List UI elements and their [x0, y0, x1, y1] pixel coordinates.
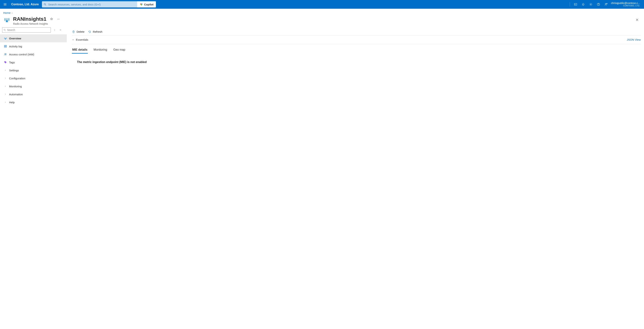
chevron-icon [4, 68, 7, 72]
sidebar-item-overview[interactable]: Overview [0, 34, 67, 42]
tag-icon [4, 60, 7, 64]
account-tenant: CONTOSO, LTD. [611, 4, 640, 7]
mie-status-message: The metric ingestion endpoint (MIE) is n… [72, 53, 641, 64]
tab-mie-details[interactable]: MIE details [72, 47, 88, 53]
settings-button[interactable] [587, 0, 595, 9]
sidebar-item-settings[interactable]: Settings [0, 66, 67, 74]
delete-label: Delete [76, 30, 84, 33]
svg-point-8 [6, 18, 7, 19]
cloud-shell-icon [574, 3, 577, 6]
svg-point-11 [59, 19, 59, 19]
more-actions-button[interactable] [56, 16, 61, 22]
close-blade-button[interactable] [634, 16, 641, 24]
command-bar: Delete Refresh [72, 28, 641, 36]
sidebar-item-access-control-iam-[interactable]: Access control (IAM) [0, 50, 67, 58]
svg-point-7 [605, 4, 606, 4]
sidebar-item-monitoring[interactable]: Monitoring [0, 82, 67, 90]
star-icon [50, 18, 53, 21]
trash-icon [72, 30, 75, 34]
sidebar-item-activity-log[interactable]: Activity log [0, 42, 67, 50]
close-icon [636, 18, 639, 22]
main-content: Delete Refresh Essentials JSON View MIE … [67, 27, 644, 106]
svg-rect-4 [574, 4, 577, 6]
chevron-double-left-icon [59, 29, 62, 31]
refresh-label: Refresh [93, 30, 102, 33]
divider [570, 2, 570, 6]
top-bar: Contoso, Ltd. Azure Copilot [0, 0, 644, 9]
help-icon [597, 3, 600, 6]
search-icon [42, 3, 48, 6]
svg-point-0 [44, 4, 46, 5]
svg-point-15 [6, 54, 6, 54]
copilot-label: Copilot [144, 3, 154, 6]
svg-point-10 [58, 19, 58, 19]
sidebar-item-label: Tags [9, 61, 15, 64]
notifications-button[interactable] [580, 0, 587, 9]
chevron-right-icon: › [12, 11, 12, 14]
people-icon [4, 52, 7, 56]
top-utility-bar [568, 0, 610, 9]
search-icon [4, 29, 6, 31]
svg-point-12 [4, 29, 5, 30]
content-tabs: MIE detailsMonitoringGeo map [72, 47, 641, 53]
chevron-icon [4, 92, 7, 96]
feedback-button[interactable] [602, 0, 610, 9]
sidebar-item-tags[interactable]: Tags [0, 58, 67, 66]
essentials-label: Essentials [76, 38, 88, 41]
essentials-toggle[interactable]: Essentials [72, 38, 88, 41]
sidebar-item-label: Configuration [9, 77, 25, 80]
chevron-icon [4, 84, 7, 88]
breadcrumb-home[interactable]: Home [3, 11, 10, 14]
ellipsis-icon [57, 18, 60, 21]
tab-geo-map[interactable]: Geo map [113, 47, 126, 53]
breadcrumb: Home › [0, 9, 644, 16]
sidebar-item-label: Settings [9, 69, 19, 72]
sidebar-item-help[interactable]: Help [0, 98, 67, 106]
gear-icon [589, 3, 592, 6]
chevron-icon [4, 76, 7, 80]
resource-menu: OverviewActivity logAccess control (IAM)… [0, 27, 67, 106]
activity-icon [4, 44, 7, 48]
tab-monitoring[interactable]: Monitoring [93, 47, 108, 53]
resource-type-icon [3, 16, 10, 24]
account-email: chrisqpublic@contoso.c... [611, 2, 640, 4]
sidebar-item-label: Help [9, 101, 15, 104]
resource-subtype: Radio Access Network Insights [13, 22, 61, 25]
global-search[interactable]: Copilot [42, 1, 156, 8]
copilot-button[interactable]: Copilot [137, 1, 156, 8]
cloud-shell-button[interactable] [572, 0, 580, 9]
svg-point-3 [141, 4, 142, 6]
resource-menu-search[interactable] [2, 28, 51, 32]
copilot-icon [140, 3, 143, 6]
help-button[interactable] [595, 0, 602, 9]
resource-menu-search-input[interactable] [7, 28, 50, 32]
expand-collapse-button[interactable] [53, 28, 57, 32]
antenna-icon [4, 36, 7, 40]
sidebar-item-automation[interactable]: Automation [0, 90, 67, 98]
sort-icon [53, 29, 56, 31]
portal-brand[interactable]: Contoso, Ltd. Azure [9, 3, 41, 6]
essentials-bar: Essentials JSON View [72, 36, 641, 44]
chevron-down-icon [72, 38, 74, 41]
delete-button[interactable]: Delete [72, 30, 84, 34]
resource-title-bar: RANInsights1 Radio Access Network Insigh… [0, 16, 644, 27]
svg-point-14 [5, 54, 6, 54]
svg-point-5 [590, 4, 591, 5]
hamburger-menu-button[interactable] [2, 3, 9, 6]
refresh-icon [88, 30, 91, 34]
person-feedback-icon [604, 3, 608, 6]
refresh-button[interactable]: Refresh [88, 30, 102, 34]
svg-point-16 [5, 62, 5, 62]
collapse-menu-button[interactable] [58, 28, 62, 32]
antenna-icon [4, 17, 10, 23]
sidebar-item-label: Automation [9, 93, 23, 96]
global-search-input[interactable] [48, 1, 137, 8]
sidebar-item-label: Overview [9, 37, 21, 40]
favorite-button[interactable] [49, 16, 54, 22]
sidebar-item-configuration[interactable]: Configuration [0, 74, 67, 82]
sidebar-item-label: Access control (IAM) [9, 53, 34, 56]
json-view-link[interactable]: JSON View [627, 38, 641, 41]
account-menu[interactable]: chrisqpublic@contoso.c... CONTOSO, LTD. [610, 2, 642, 7]
svg-point-9 [57, 19, 58, 19]
sidebar-item-label: Monitoring [9, 85, 22, 88]
